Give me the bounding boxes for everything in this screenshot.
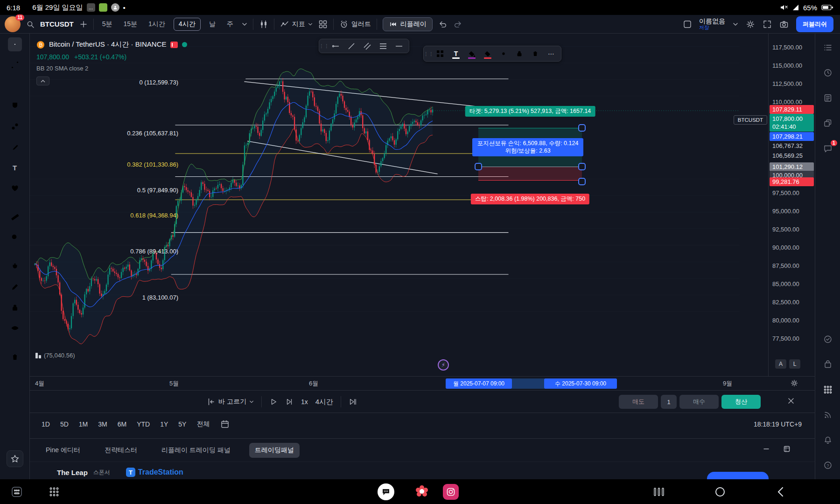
session-clock[interactable]: 18:18:19 UTC+9 — [754, 420, 802, 428]
compare-add-icon[interactable] — [79, 20, 88, 28]
legend-collapse-button[interactable] — [36, 77, 49, 85]
position-info-box[interactable]: 포지션보유 손익: 6,509.88, 수량: 0.124 위험/보상율: 2.… — [472, 138, 583, 156]
shopping-bag-icon[interactable] — [822, 359, 833, 370]
position-entry-line[interactable] — [478, 167, 582, 167]
publish-button[interactable]: 퍼블리쉬 — [796, 16, 833, 32]
measure-ruler-tool-icon[interactable] — [8, 210, 22, 224]
favorites-star-button[interactable] — [7, 450, 23, 467]
chevron-down-icon[interactable] — [733, 21, 738, 27]
select-checkbox[interactable] — [683, 20, 692, 28]
data-flag-icon[interactable] — [170, 42, 178, 48]
replay-button[interactable]: 리플레이 — [383, 17, 433, 31]
panel-minimize-icon[interactable] — [763, 445, 770, 453]
settings-gear-icon[interactable] — [746, 20, 755, 29]
trend-line-tool-icon[interactable] — [8, 58, 22, 72]
interval-day[interactable]: 날 — [206, 18, 218, 30]
step-forward-icon[interactable] — [285, 398, 294, 406]
chat-icon[interactable]: 1 — [822, 143, 833, 154]
instagram-app-icon[interactable] — [442, 479, 459, 504]
layers-icon[interactable] — [822, 118, 833, 129]
keyboard-icon[interactable] — [7, 479, 26, 504]
position-stop-handle[interactable] — [578, 178, 586, 185]
range-button[interactable]: 5D — [56, 418, 73, 431]
layout-name-menu[interactable]: 이름없음 저장 — [699, 18, 725, 30]
more-options-icon[interactable]: ⋯ — [543, 47, 559, 61]
range-button[interactable]: 5Y — [174, 418, 190, 431]
back-button-icon[interactable] — [771, 479, 790, 504]
replay-interval[interactable]: 4시간 — [315, 398, 333, 406]
chart-pane[interactable]: Bitcoin / TetherUS · 4시간 · BINANCE 107,8… — [30, 34, 768, 376]
floating-line-toolbar[interactable]: ⋮⋮ — [319, 39, 409, 53]
redo-icon[interactable] — [453, 20, 462, 29]
auto-scale-toggle[interactable]: A — [775, 359, 786, 369]
news-icon[interactable] — [822, 92, 833, 104]
parallel-channel-icon[interactable] — [359, 39, 375, 53]
text-color-icon[interactable]: T — [448, 47, 464, 61]
panel-tab[interactable]: 전략테스터 — [99, 443, 143, 458]
panel-tab[interactable]: Pine 에디터 — [40, 443, 86, 458]
range-button[interactable]: 1Y — [156, 418, 172, 431]
trash-icon[interactable] — [527, 47, 543, 61]
notifications-bell-icon[interactable] — [822, 434, 833, 446]
hide-drawings-eye-icon[interactable] — [8, 321, 22, 335]
range-end-label[interactable]: 수 2025-07-30 09:00 — [544, 378, 617, 389]
alerts-button[interactable]: 얼러트 — [339, 20, 371, 29]
position-stop-label[interactable]: 스탑: 2,008.36 (1.98%) 200,836, 금액: 750 — [471, 194, 589, 204]
settings-gear-icon[interactable] — [496, 47, 511, 61]
range-button[interactable]: YTD — [133, 418, 154, 431]
pitchfork-tool-icon[interactable] — [8, 99, 22, 113]
range-button[interactable]: 3M — [94, 418, 111, 431]
floating-style-toolbar[interactable]: ⋮⋮ T ⋯ — [423, 46, 561, 62]
template-grid-icon[interactable] — [432, 47, 448, 61]
zoom-tool-icon[interactable] — [8, 231, 22, 245]
go-to-date-calendar-icon[interactable] — [220, 420, 230, 429]
log-scale-toggle[interactable]: L — [789, 359, 800, 369]
panel-expand-icon[interactable] — [783, 445, 791, 453]
quantity-box[interactable]: 1 — [661, 395, 677, 409]
close-replay-icon[interactable] — [787, 397, 795, 405]
search-icon[interactable] — [26, 20, 35, 28]
panel-cta-button-clipped[interactable] — [707, 472, 769, 479]
patterns-tool-icon[interactable] — [8, 119, 22, 133]
drawing-mode-pencil-icon[interactable] — [8, 280, 22, 294]
replay-range-strip[interactable]: 월 2025-07-07 09:00 수 2025-07-30 09:00 — [446, 378, 617, 389]
time-axis[interactable]: 4월5월6월9월 월 2025-07-07 09:00 수 2025-07-30… — [30, 376, 815, 390]
sponsor-brand[interactable]: T TradeStation — [126, 468, 183, 477]
recents-button-icon[interactable] — [650, 479, 668, 504]
ideas-icon[interactable] — [822, 334, 833, 345]
buy-button[interactable]: 매수 — [679, 395, 719, 409]
position-loss-zone[interactable] — [478, 167, 582, 181]
position-right-handle[interactable] — [578, 163, 586, 170]
panel-tab[interactable]: 리플레이 트레이딩 패널 — [156, 443, 236, 458]
symbol-title[interactable]: Bitcoin / TetherUS · 4시간 · BINANCE — [49, 40, 166, 49]
range-button[interactable]: 전체 — [192, 418, 214, 431]
pick-bar-button[interactable]: 바 고르기 — [206, 397, 254, 406]
fib-retracement-tool-icon[interactable] — [8, 78, 22, 92]
replay-start-marker[interactable]: ⚡ — [438, 359, 449, 371]
emoji-heart-tool-icon[interactable] — [8, 181, 22, 195]
chat-app-icon[interactable] — [378, 479, 394, 504]
flower-app-icon[interactable] — [413, 479, 430, 504]
camera-snapshot-icon[interactable] — [779, 20, 789, 29]
close-position-button[interactable]: 청산 — [721, 395, 761, 409]
lock-icon[interactable] — [511, 47, 527, 61]
help-icon[interactable]: ? — [822, 460, 833, 471]
apps-drawer-icon[interactable] — [45, 479, 63, 504]
axis-settings-gear-icon[interactable] — [790, 379, 798, 387]
range-button[interactable]: 1M — [75, 418, 92, 431]
home-button-icon[interactable] — [711, 479, 729, 504]
drag-handle-icon[interactable]: ⋮⋮ — [426, 46, 432, 61]
fullscreen-icon[interactable] — [763, 20, 772, 29]
range-button[interactable]: 1D — [37, 418, 54, 431]
interval-5m[interactable]: 5분 — [99, 18, 115, 30]
text-tool-icon[interactable]: T — [8, 161, 22, 175]
undo-icon[interactable] — [438, 20, 448, 29]
brush-tool-icon[interactable] — [8, 140, 22, 154]
alerts-clock-icon[interactable] — [822, 67, 833, 78]
range-button[interactable]: 6M — [113, 418, 131, 431]
interval-1h[interactable]: 1시간 — [146, 18, 168, 30]
chevron-down-icon[interactable] — [242, 21, 247, 27]
position-target-label[interactable]: 타겟: 5,279.13 (5.21%) 527,913, 금액: 1657.1… — [465, 106, 595, 117]
sell-button[interactable]: 매도 — [619, 395, 658, 409]
position-target-handle[interactable] — [578, 124, 586, 132]
